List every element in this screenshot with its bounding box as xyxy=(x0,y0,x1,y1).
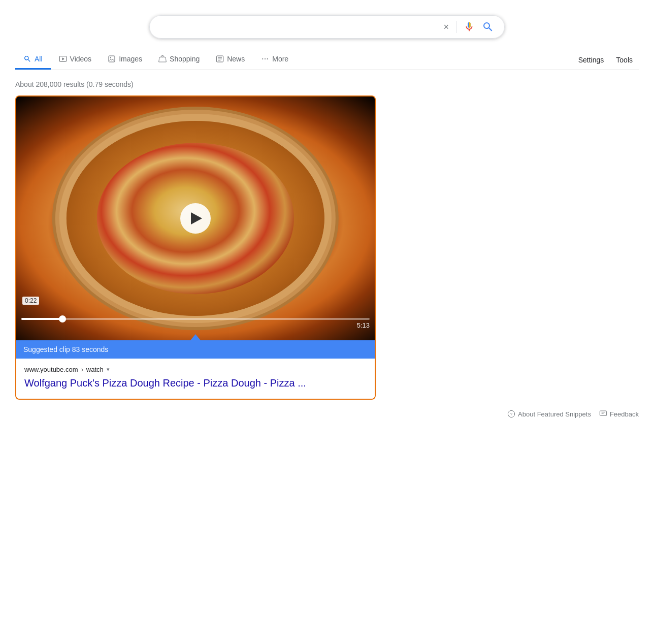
divider xyxy=(456,21,456,33)
settings-link[interactable]: Settings xyxy=(572,51,610,69)
search-button[interactable] xyxy=(482,21,494,33)
progress-bar-fill xyxy=(21,318,63,320)
svg-marker-1 xyxy=(62,57,64,60)
shopping-tab-icon xyxy=(158,55,167,63)
feedback-link[interactable]: Feedback xyxy=(599,410,639,418)
tools-link[interactable]: Tools xyxy=(610,51,639,69)
featured-snippet-card: 0:22 5:13 Suggested clip 83 seconds www.… xyxy=(15,95,376,400)
more-tab-icon xyxy=(261,55,269,63)
play-button[interactable] xyxy=(180,203,211,234)
video-player[interactable]: 0:22 5:13 xyxy=(16,96,375,340)
svg-point-8 xyxy=(263,58,264,59)
news-tab-icon xyxy=(216,55,224,63)
source-path: watch xyxy=(86,366,104,373)
tab-more[interactable]: More xyxy=(253,50,297,70)
card-body: www.youtube.com › watch ▾ Wolfgang Puck'… xyxy=(16,359,375,399)
tab-more-label: More xyxy=(272,55,288,63)
suggested-clip-bar: Suggested clip 83 seconds xyxy=(16,340,375,359)
progress-bar-container[interactable] xyxy=(16,318,375,320)
tab-videos[interactable]: Videos xyxy=(51,50,100,70)
timestamp-badge: 0:22 xyxy=(22,297,39,305)
svg-point-3 xyxy=(110,57,111,58)
search-bar: wolfgang puck pizza dough recipe × xyxy=(149,15,505,39)
tab-news[interactable]: News xyxy=(208,50,253,70)
tab-videos-label: Videos xyxy=(70,55,92,63)
search-input[interactable]: wolfgang puck pizza dough recipe xyxy=(160,22,443,33)
about-featured-snippets-link[interactable]: ? About Featured Snippets xyxy=(507,410,591,418)
source-separator: › xyxy=(81,366,83,373)
info-icon: ? xyxy=(507,410,515,418)
feedback-label: Feedback xyxy=(610,410,639,418)
tab-shopping[interactable]: Shopping xyxy=(150,50,208,70)
source-domain: www.youtube.com xyxy=(24,366,78,373)
svg-point-9 xyxy=(265,58,266,59)
clip-indicator xyxy=(190,334,201,340)
svg-rect-13 xyxy=(600,411,606,415)
videos-tab-icon xyxy=(59,55,67,63)
progress-bar-background xyxy=(21,318,370,320)
play-icon xyxy=(191,212,202,224)
tab-images-label: Images xyxy=(119,55,142,63)
source-url: www.youtube.com › watch ▾ xyxy=(24,366,367,373)
images-tab-icon xyxy=(108,55,116,63)
tab-all[interactable]: All xyxy=(15,50,51,70)
nav-tabs: All Videos Images Shopping News xyxy=(15,46,639,70)
feedback-icon xyxy=(599,410,607,418)
all-tab-icon xyxy=(23,55,31,63)
svg-text:?: ? xyxy=(510,412,513,416)
about-snippets-label: About Featured Snippets xyxy=(518,410,591,418)
tab-all-label: All xyxy=(35,55,43,63)
tab-news-label: News xyxy=(227,55,245,63)
results-count: About 208,000 results (0.79 seconds) xyxy=(15,80,639,88)
svg-rect-2 xyxy=(109,56,115,62)
clear-button[interactable]: × xyxy=(443,22,449,33)
svg-point-10 xyxy=(267,58,268,59)
microphone-icon[interactable] xyxy=(464,21,475,33)
tab-images[interactable]: Images xyxy=(100,50,150,70)
duration-label: 5:13 xyxy=(357,321,370,329)
dropdown-arrow-icon[interactable]: ▾ xyxy=(107,366,110,373)
result-title[interactable]: Wolfgang Puck's Pizza Dough Recipe - Piz… xyxy=(24,376,367,390)
tab-shopping-label: Shopping xyxy=(170,55,200,63)
footer-bar: ? About Featured Snippets Feedback xyxy=(15,410,639,418)
